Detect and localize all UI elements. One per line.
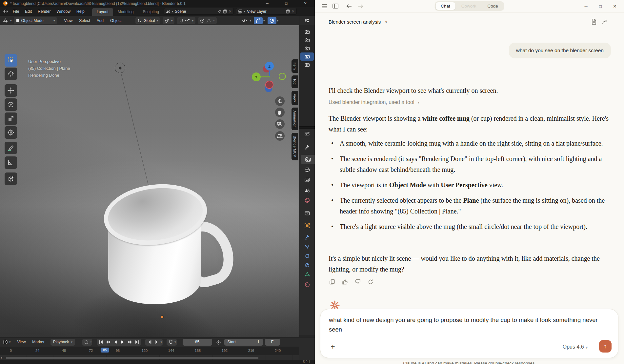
cursor-tool[interactable] [5, 68, 17, 80]
use-preview-range-icon[interactable] [216, 340, 221, 345]
send-button[interactable]: ↑ [599, 340, 612, 353]
timeline-menu-view[interactable]: View [14, 339, 29, 345]
particle-properties-tab[interactable] [299, 242, 315, 251]
snapping[interactable]: ▾ [177, 17, 195, 24]
outliner-header[interactable] [299, 16, 315, 25]
tab-code[interactable]: Code [482, 2, 503, 10]
auto-keying-toggle[interactable]: ▾ [82, 339, 92, 346]
playhead[interactable]: 85 [101, 348, 109, 353]
physics-properties-tab[interactable] [299, 251, 315, 260]
menu-object[interactable]: Object [107, 17, 125, 24]
editor-splitter[interactable] [299, 126, 315, 129]
outliner-camera-item-selected[interactable] [300, 52, 314, 61]
share-icon[interactable] [599, 17, 611, 26]
scale-tool[interactable] [5, 112, 17, 125]
sidebar-tab-view[interactable]: View [292, 91, 298, 105]
render-properties-tab[interactable] [301, 155, 315, 164]
attach-button[interactable]: + [328, 341, 338, 352]
tab-sculpting[interactable]: Sculpting [138, 8, 163, 16]
scene-selector[interactable]: ▾ Scene ✕ [164, 8, 234, 15]
mode-selector[interactable]: Object Mode ▾ [14, 17, 57, 24]
tab-cowork[interactable]: Cowork [456, 2, 482, 10]
output-properties-tab[interactable] [299, 165, 315, 174]
object-properties-tab[interactable] [299, 221, 315, 230]
timeline-track-area[interactable]: ▸ [0, 355, 299, 360]
model-selector[interactable]: Opus 4.6∨ [563, 344, 588, 350]
menu-file[interactable]: File [10, 8, 22, 15]
timeline-menu-playback[interactable]: Playback▾ [50, 339, 75, 346]
tab-layout[interactable]: Layout [92, 8, 113, 16]
transform-orientation[interactable]: Global ▾ [135, 17, 160, 24]
outliner-camera-item[interactable] [299, 61, 315, 69]
measure-tool[interactable] [5, 156, 17, 169]
x-neg-axis-ball[interactable] [265, 81, 273, 89]
object-data-properties-tab[interactable] [299, 270, 315, 279]
thumbs-up-icon[interactable] [341, 278, 349, 285]
outliner-camera-item[interactable] [299, 28, 315, 36]
hamburger-menu-icon[interactable] [319, 2, 330, 11]
world-properties-tab[interactable] [299, 196, 315, 205]
orthographic-toggle-button[interactable] [275, 131, 285, 141]
menu-render[interactable]: Render [35, 8, 53, 15]
minimize-button[interactable]: ─ [258, 0, 277, 7]
3d-viewport[interactable]: User Perspective (85) Collection | Plane… [0, 25, 299, 337]
sidebar-tab-animation[interactable]: Animation [292, 108, 298, 131]
close-button[interactable]: ✕ [296, 0, 315, 7]
outliner-body[interactable] [299, 25, 315, 126]
z-axis-ball[interactable]: Z [265, 62, 274, 71]
sidebar-tab-item[interactable]: Item [292, 59, 298, 73]
transform-tool[interactable] [5, 126, 17, 139]
tool-properties-tab[interactable] [299, 143, 315, 152]
editor-type-icon[interactable] [3, 18, 8, 23]
timeline-snap-toggle[interactable]: ▾ [167, 339, 177, 346]
start-frame-field[interactable]: Start1 [224, 339, 263, 346]
thumbs-down-icon[interactable] [354, 278, 361, 285]
view-layer-selector[interactable]: ▾ View Layer ✕ [236, 8, 297, 15]
next-keyframe-button[interactable] [126, 339, 133, 346]
properties-header[interactable] [299, 129, 315, 138]
menu-select[interactable]: Select [76, 17, 93, 24]
pan-button[interactable] [275, 108, 285, 117]
menu-edit[interactable]: Edit [22, 8, 35, 15]
timeline-ruler[interactable]: 0 24 48 72 96 120 144 168 192 216 240 85 [0, 347, 299, 355]
menu-window[interactable]: Window [53, 8, 73, 15]
view-layer-properties-tab[interactable] [299, 175, 315, 185]
material-properties-tab[interactable] [299, 280, 315, 289]
rotate-tool[interactable] [5, 98, 17, 111]
timeline-editor-icon[interactable] [3, 339, 8, 345]
sidebar-tab-tool[interactable]: Tool [292, 75, 298, 88]
copy-icon[interactable] [329, 278, 336, 285]
sidebar-tab-blendermcp[interactable]: BlenderMCP [292, 133, 298, 160]
pivot-point[interactable]: ▾ [163, 17, 175, 24]
proportional-editing[interactable]: ▾ [198, 17, 217, 24]
menu-add[interactable]: Add [93, 17, 107, 24]
conversation-title[interactable]: Blender screen analysis [329, 19, 381, 25]
add-cube-tool[interactable] [5, 172, 17, 185]
channel-expand-arrow[interactable]: ▸ [1, 356, 3, 359]
maximize-button[interactable]: □ [277, 0, 296, 7]
close-button[interactable]: ✕ [608, 4, 622, 9]
timeline-menu-marker[interactable]: Marker [29, 339, 48, 345]
outliner-camera-item[interactable] [299, 36, 315, 44]
zoom-button[interactable] [275, 96, 285, 106]
prev-keyframe-button[interactable] [105, 339, 112, 346]
menu-help[interactable]: Help [73, 8, 88, 15]
camera-view-button[interactable] [275, 119, 285, 129]
play-button[interactable] [119, 339, 126, 346]
select-box-tool[interactable] [5, 54, 17, 67]
annotate-tool[interactable] [5, 142, 17, 154]
play-reverse-button[interactable] [112, 339, 119, 346]
maximize-button[interactable]: □ [593, 4, 608, 9]
document-icon[interactable] [588, 17, 599, 26]
title-chevron-icon[interactable]: ∨ [385, 19, 388, 24]
step-back-button[interactable] [146, 339, 153, 346]
gizmos-toggle[interactable] [254, 17, 263, 24]
forward-icon[interactable] [355, 2, 366, 11]
scene-properties-tab[interactable] [299, 186, 315, 195]
jump-to-start-button[interactable] [97, 339, 105, 346]
step-forward-button[interactable] [153, 339, 160, 346]
y-neg-axis-ball[interactable] [279, 73, 286, 80]
overlays-toggle[interactable] [268, 17, 276, 24]
tab-chat[interactable]: Chat [435, 2, 455, 10]
constraint-properties-tab[interactable] [299, 260, 315, 270]
